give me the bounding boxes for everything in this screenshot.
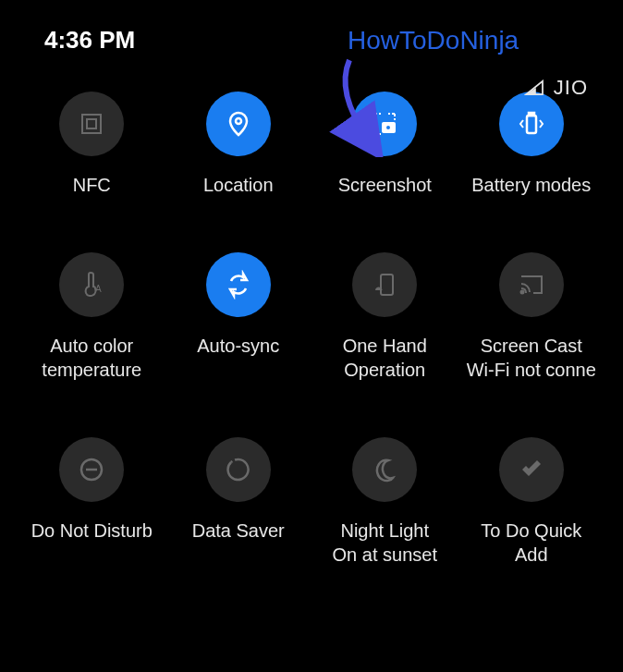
- battery-icon: [499, 92, 564, 156]
- tile-dnd-label: Do Not Disturb: [31, 519, 153, 543]
- svg-rect-2: [87, 119, 96, 128]
- tile-todo-quick-add[interactable]: To Do Quick Add: [458, 437, 605, 567]
- status-time: 4:36 PM: [44, 26, 135, 55]
- svg-rect-6: [527, 116, 536, 133]
- nfc-icon: [59, 92, 124, 156]
- tile-datasaver-label: Data Saver: [192, 519, 285, 543]
- tile-screen-cast[interactable]: Screen Cast Wi-Fi not conne: [458, 252, 605, 382]
- svg-rect-7: [529, 113, 534, 116]
- carrier-label: JIO: [554, 76, 588, 100]
- tile-nfc[interactable]: NFC: [18, 92, 165, 197]
- svg-rect-9: [381, 275, 393, 295]
- status-bar: 4:36 PM: [0, 0, 623, 55]
- annotation-text: HowToDoNinja: [348, 26, 519, 55]
- moon-icon: [352, 437, 417, 502]
- sync-icon: [206, 252, 271, 317]
- tile-battery-modes[interactable]: Battery modes: [458, 92, 605, 197]
- svg-point-10: [520, 291, 523, 294]
- tile-data-saver[interactable]: Data Saver: [165, 437, 312, 567]
- location-icon: [206, 92, 271, 156]
- tile-autosync-label: Auto-sync: [197, 334, 279, 358]
- dnd-icon: [59, 437, 124, 502]
- data-saver-icon: [206, 437, 271, 502]
- tile-auto-sync[interactable]: Auto-sync: [165, 252, 312, 382]
- tile-autocolor-label: Auto color temperature: [42, 334, 141, 382]
- tile-location[interactable]: Location: [165, 92, 312, 197]
- tile-nfc-label: NFC: [73, 173, 111, 197]
- tile-do-not-disturb[interactable]: Do Not Disturb: [18, 437, 165, 567]
- thermometer-icon: A: [59, 252, 124, 317]
- tile-onehand-label: One Hand Operation: [343, 334, 427, 382]
- checkmark-icon: [499, 437, 564, 502]
- svg-point-5: [385, 125, 391, 130]
- svg-point-3: [236, 118, 241, 124]
- tile-location-label: Location: [203, 173, 274, 197]
- tile-auto-color-temperature[interactable]: A Auto color temperature: [18, 252, 165, 382]
- svg-rect-1: [82, 115, 101, 133]
- cast-icon: [499, 252, 564, 317]
- tile-night-light[interactable]: Night Light On at sunset: [312, 437, 458, 567]
- status-right: JIO: [524, 76, 588, 100]
- svg-text:A: A: [95, 284, 102, 294]
- tile-screenshot-label: Screenshot: [338, 173, 432, 197]
- tile-screencast-label: Screen Cast Wi-Fi not conne: [467, 334, 596, 382]
- signal-icon: [524, 79, 544, 96]
- tile-nightlight-label: Night Light On at sunset: [333, 519, 437, 567]
- tile-todo-label: To Do Quick Add: [481, 519, 581, 567]
- tile-one-hand-operation[interactable]: One Hand Operation: [312, 252, 458, 382]
- annotation-arrow: [294, 55, 386, 161]
- tile-battery-label: Battery modes: [471, 173, 591, 197]
- one-hand-icon: [352, 252, 417, 317]
